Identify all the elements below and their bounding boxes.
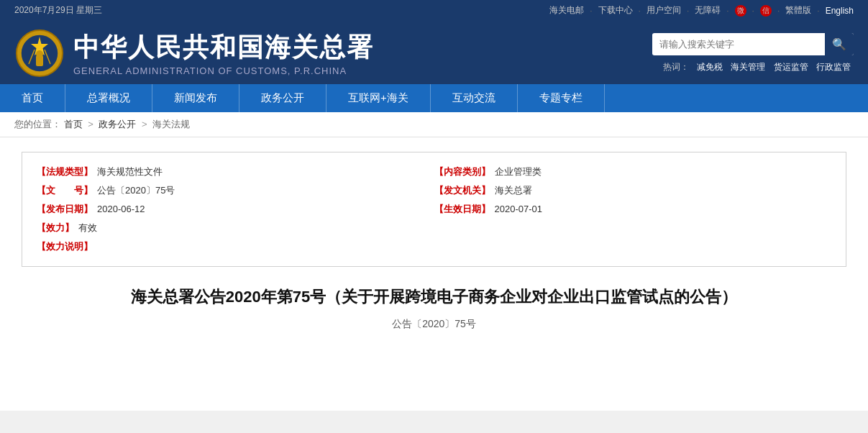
emblem-svg	[14, 28, 65, 78]
hot-keyword-1[interactable]: 减免税	[697, 62, 723, 72]
email-link[interactable]: 海关电邮	[549, 4, 584, 17]
date-display: 2020年7月29日 星期三	[14, 4, 102, 17]
value-type: 海关规范性文件	[97, 163, 163, 181]
logo-area: 中华人民共和国海关总署 GENERAL ADMINISTRATION OF CU…	[14, 28, 374, 78]
logo-emblem	[14, 28, 65, 78]
label-validity-note: 【效力说明】	[37, 237, 93, 256]
user-space-link[interactable]: 用户空间	[647, 4, 681, 17]
weibo-icon[interactable]: 微	[735, 5, 746, 17]
sep7: ·	[817, 6, 819, 16]
search-input[interactable]	[652, 35, 825, 54]
sep3: ·	[687, 6, 689, 16]
nav-item-interaction[interactable]: 互动交流	[431, 84, 518, 112]
nav-item-about[interactable]: 总署概况	[65, 84, 152, 112]
label-pubdate: 【发布日期】	[37, 200, 93, 219]
nav-item-home[interactable]: 首页	[0, 84, 65, 112]
breadcrumb-affairs[interactable]: 政务公开	[99, 119, 136, 129]
article-title: 海关总署公告2020年第75号（关于开展跨境电子商务企业对企业出口监管试点的公告…	[22, 284, 846, 309]
info-right-col: 【内容类别】 企业管理类 【发文机关】 海关总署 【生效日期】 2020-07-…	[434, 163, 832, 256]
label-category: 【内容类别】	[434, 163, 490, 181]
hot-label: 热词：	[663, 62, 689, 72]
traditional-link[interactable]: 繁體版	[785, 4, 811, 17]
sep4: ·	[726, 6, 728, 16]
label-docnum: 【文 号】	[37, 181, 93, 200]
label-effdate: 【生效日期】	[434, 200, 490, 219]
info-row-type: 【法规类型】 海关规范性文件	[37, 163, 434, 181]
sep2: ·	[639, 6, 641, 16]
value-issuer: 海关总署	[495, 181, 532, 200]
hot-keyword-2[interactable]: 海关管理	[731, 62, 765, 72]
english-link[interactable]: English	[826, 6, 854, 16]
value-docnum: 公告〔2020〕75号	[97, 181, 175, 200]
download-link[interactable]: 下载中心	[598, 4, 633, 17]
accessibility-link[interactable]: 无障碍	[695, 4, 721, 17]
breadcrumb-sep2: >	[142, 119, 150, 129]
nav-item-special[interactable]: 专题专栏	[518, 84, 605, 112]
sep5: ·	[752, 6, 754, 16]
sep1: ·	[590, 6, 592, 16]
content-area: 【法规类型】 海关规范性文件 【文 号】 公告〔2020〕75号 【发布日期】 …	[0, 137, 868, 411]
breadcrumb: 您的位置： 首页 > 政务公开 > 海关法规	[0, 112, 868, 137]
nav-item-news[interactable]: 新闻发布	[152, 84, 239, 112]
info-box: 【法规类型】 海关规范性文件 【文 号】 公告〔2020〕75号 【发布日期】 …	[22, 152, 846, 267]
hot-keyword-4[interactable]: 行政监管	[816, 62, 851, 72]
info-row-category: 【内容类别】 企业管理类	[434, 163, 832, 181]
label-validity: 【效力】	[37, 219, 74, 237]
top-bar-links: 海关电邮 · 下载中心 · 用户空间 · 无障碍 · 微 · 信 · 繁體版 ·…	[549, 4, 854, 17]
search-button[interactable]: 🔍	[825, 33, 854, 55]
nav-item-affairs[interactable]: 政务公开	[239, 84, 326, 112]
main-nav: 首页 总署概况 新闻发布 政务公开 互联网+海关 互动交流 专题专栏	[0, 84, 868, 112]
svg-point-5	[36, 50, 43, 58]
info-row-pubdate: 【发布日期】 2020-06-12	[37, 200, 434, 219]
wechat-icon[interactable]: 信	[760, 5, 772, 17]
value-category: 企业管理类	[495, 163, 542, 181]
label-issuer: 【发文机关】	[434, 181, 490, 200]
site-cn-title: 中华人民共和国海关总署	[73, 30, 374, 65]
sep6: ·	[777, 6, 780, 16]
value-pubdate: 2020-06-12	[97, 200, 145, 219]
info-row-issuer: 【发文机关】 海关总署	[434, 181, 832, 200]
site-header: 中华人民共和国海关总署 GENERAL ADMINISTRATION OF CU…	[0, 21, 868, 84]
label-type: 【法规类型】	[37, 163, 93, 181]
search-box: 🔍	[652, 33, 854, 55]
hot-keyword-3[interactable]: 货运监管	[774, 62, 808, 72]
logo-text: 中华人民共和国海关总署 GENERAL ADMINISTRATION OF CU…	[73, 30, 374, 76]
site-en-title: GENERAL ADMINISTRATION OF CUSTOMS, P.R.C…	[73, 65, 374, 76]
breadcrumb-sep1: >	[88, 119, 96, 129]
info-row-validity-note: 【效力说明】	[37, 237, 434, 256]
top-bar: 2020年7月29日 星期三 海关电邮 · 下载中心 · 用户空间 · 无障碍 …	[0, 0, 868, 21]
info-left-col: 【法规类型】 海关规范性文件 【文 号】 公告〔2020〕75号 【发布日期】 …	[37, 163, 434, 256]
info-row-effdate: 【生效日期】 2020-07-01	[434, 200, 832, 219]
article-subtitle: 公告〔2020〕75号	[22, 318, 846, 331]
info-row-validity: 【效力】 有效	[37, 219, 434, 237]
nav-item-internet[interactable]: 互联网+海关	[326, 84, 431, 112]
value-validity: 有效	[78, 219, 97, 237]
header-right: 🔍 热词： 减免税 海关管理 货运监管 行政监管	[652, 33, 854, 73]
breadcrumb-current: 海关法规	[152, 119, 190, 129]
hot-keywords: 热词： 减免税 海关管理 货运监管 行政监管	[663, 61, 854, 73]
value-effdate: 2020-07-01	[495, 200, 543, 219]
breadcrumb-prefix: 您的位置：	[14, 119, 61, 129]
breadcrumb-home[interactable]: 首页	[64, 119, 83, 129]
info-row-docnum: 【文 号】 公告〔2020〕75号	[37, 181, 434, 200]
